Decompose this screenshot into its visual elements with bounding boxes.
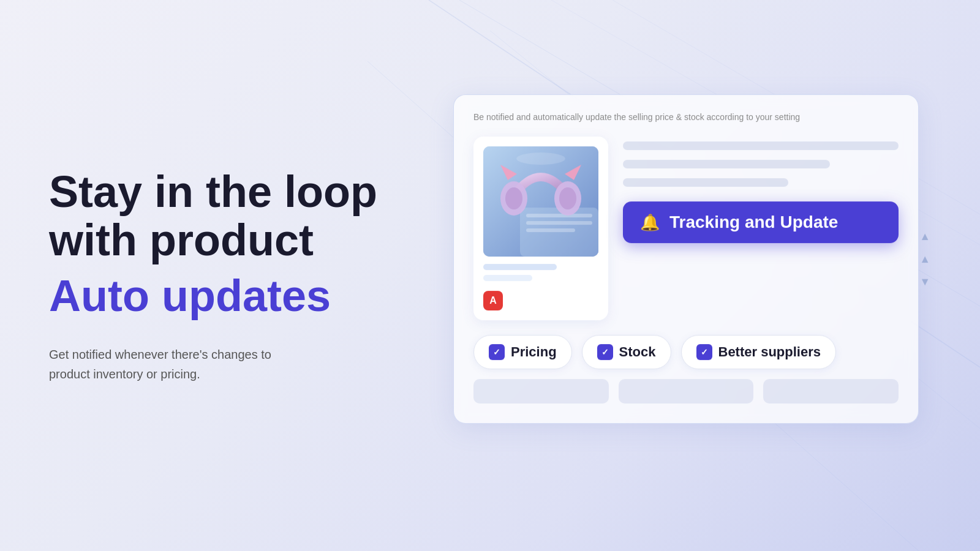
- headline-main: Stay in the loop with product: [49, 168, 392, 264]
- arrow-up-icon: ▲: [919, 230, 930, 243]
- main-card: Be notified and automatically update the…: [453, 94, 919, 424]
- placeholder-bar-1: [623, 141, 899, 150]
- pricing-label: Pricing: [511, 344, 557, 360]
- better-suppliers-label: Better suppliers: [718, 344, 821, 360]
- product-image: [483, 146, 598, 257]
- pricing-badge[interactable]: ✓ Pricing: [473, 335, 572, 369]
- svg-rect-10: [526, 228, 575, 232]
- svg-rect-8: [526, 214, 592, 217]
- product-line-1: [483, 264, 557, 270]
- product-logo: A: [483, 291, 503, 310]
- bottom-bars: [473, 379, 899, 403]
- arrow-down-icon: ▲: [919, 253, 930, 266]
- svg-point-15: [516, 152, 565, 165]
- better-suppliers-badge[interactable]: ✓ Better suppliers: [681, 335, 837, 369]
- stock-check: ✓: [597, 344, 613, 360]
- headline-accent: Auto updates: [49, 269, 392, 322]
- pricing-check: ✓: [489, 344, 505, 360]
- bell-icon: 🔔: [640, 213, 660, 232]
- stock-label: Stock: [619, 344, 656, 360]
- product-card: A: [473, 137, 608, 320]
- bottom-bar-1: [473, 379, 609, 403]
- stock-badge[interactable]: ✓ Stock: [582, 335, 671, 369]
- svg-point-14: [559, 187, 576, 209]
- bottom-bar-2: [619, 379, 754, 403]
- placeholder-bar-2: [623, 160, 830, 168]
- badges-row: ✓ Pricing ✓ Stock ✓ Better suppliers: [473, 335, 899, 369]
- bottom-bar-3: [763, 379, 899, 403]
- tracking-button-label: Tracking and Update: [669, 212, 838, 232]
- card-subtitle: Be notified and automatically update the…: [473, 112, 899, 122]
- side-arrows: ▲ ▲ ▼: [919, 230, 930, 288]
- card-right: 🔔 Tracking and Update: [623, 137, 899, 243]
- placeholder-bar-3: [623, 178, 788, 187]
- svg-point-12: [505, 187, 522, 209]
- card-inner: A 🔔 Tracking and Update ▲ ▲ ▼: [473, 137, 899, 320]
- left-content-section: Stay in the loop with product Auto updat…: [49, 168, 392, 384]
- product-line-2: [483, 275, 532, 281]
- arrow-down2-icon: ▼: [919, 276, 930, 288]
- tracking-update-button[interactable]: 🔔 Tracking and Update: [623, 201, 899, 243]
- svg-rect-9: [526, 221, 592, 225]
- right-content-section: Be notified and automatically update the…: [453, 94, 919, 424]
- better-suppliers-check: ✓: [696, 344, 712, 360]
- subtext: Get notified whenever there's changes to…: [49, 344, 392, 383]
